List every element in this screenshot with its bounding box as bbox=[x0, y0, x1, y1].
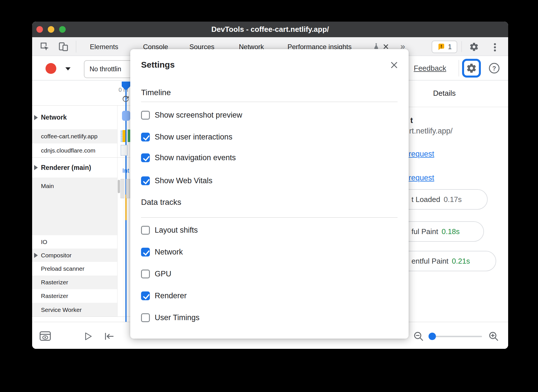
option-layout-shifts[interactable]: Layout shifts bbox=[141, 225, 198, 235]
tab-elements[interactable]: Elements bbox=[90, 43, 118, 51]
checkbox[interactable] bbox=[141, 226, 150, 235]
zoom-slider-track[interactable] bbox=[429, 336, 482, 337]
panel-settings-button-highlighted[interactable] bbox=[462, 59, 481, 78]
checkbox[interactable] bbox=[141, 248, 150, 257]
track-label: coffee-cart.netlify.app bbox=[41, 133, 98, 140]
checkbox[interactable] bbox=[141, 111, 150, 120]
metric-label: entful Paint bbox=[411, 257, 448, 266]
devtools-window: DevTools - coffee-cart.netlify.app/ Elem… bbox=[32, 22, 508, 349]
minimize-window-button[interactable] bbox=[48, 26, 54, 33]
option-show-screenshot-preview[interactable]: Show screenshot preview bbox=[141, 110, 242, 120]
main-thread-task-bar bbox=[121, 179, 124, 198]
track-row-io[interactable]: IO bbox=[32, 235, 117, 249]
network-overview-bar bbox=[122, 111, 130, 121]
record-button[interactable] bbox=[45, 63, 56, 74]
track-section-renderer-main[interactable]: Renderer (main) bbox=[32, 158, 117, 178]
option-gpu[interactable]: GPU bbox=[141, 269, 171, 279]
option-user-timings[interactable]: User Timings bbox=[141, 312, 200, 323]
checkbox-label: Layout shifts bbox=[155, 226, 198, 235]
skip-to-start-icon[interactable] bbox=[104, 332, 115, 341]
main-thread-task-bar bbox=[126, 179, 130, 198]
checkbox-label: Renderer bbox=[155, 291, 187, 300]
renderer-event-link[interactable]: Int bbox=[122, 167, 129, 174]
device-toolbar-icon[interactable] bbox=[58, 41, 69, 52]
track-label: Preload scanner bbox=[41, 265, 84, 272]
checkbox[interactable] bbox=[141, 291, 150, 300]
metric-value: 0.18s bbox=[442, 227, 460, 236]
metric-value: 0.17s bbox=[444, 195, 462, 204]
zoom-out-icon[interactable] bbox=[413, 331, 425, 342]
checkbox-label: GPU bbox=[155, 270, 171, 278]
settings-gear-icon bbox=[466, 63, 477, 74]
divider bbox=[462, 41, 462, 52]
track-label: Compositor bbox=[41, 252, 71, 259]
network-request-bar bbox=[121, 130, 123, 142]
track-row-cdnjs[interactable]: cdnjs.cloudflare.com bbox=[32, 143, 117, 158]
request-link[interactable]: request bbox=[409, 174, 434, 182]
play-icon[interactable] bbox=[83, 332, 92, 341]
track-row-preload-scanner[interactable]: Preload scanner bbox=[32, 262, 117, 276]
details-heading-fragment: t bbox=[410, 116, 413, 125]
sidebar-divider bbox=[117, 106, 117, 317]
metric-value: 0.21s bbox=[452, 257, 470, 266]
zoom-slider-thumb[interactable] bbox=[429, 333, 436, 340]
track-row-rasterizer-1[interactable]: Rasterizer bbox=[32, 276, 117, 289]
close-window-button[interactable] bbox=[36, 26, 43, 33]
reload-icon bbox=[121, 94, 130, 103]
checkbox-label: Show screenshot preview bbox=[155, 111, 242, 120]
settings-gear-icon[interactable] bbox=[469, 42, 479, 52]
live-preview-icon[interactable] bbox=[39, 331, 51, 342]
checkbox[interactable] bbox=[141, 153, 150, 162]
expand-arrow-icon bbox=[34, 253, 38, 258]
option-show-navigation-events[interactable]: Show navigation events bbox=[141, 153, 236, 163]
issues-counter[interactable]: 1 bbox=[432, 41, 457, 53]
checkbox[interactable] bbox=[141, 176, 150, 185]
close-dialog-icon[interactable] bbox=[390, 61, 399, 70]
zoom-window-button[interactable] bbox=[59, 26, 66, 33]
issue-bubble-icon bbox=[437, 43, 446, 51]
track-row-rasterizer-2[interactable]: Rasterizer bbox=[32, 289, 117, 303]
playhead-orange-segment bbox=[125, 195, 127, 220]
record-dropdown-caret[interactable] bbox=[65, 67, 71, 70]
feedback-link[interactable]: Feedback bbox=[414, 64, 446, 73]
request-link[interactable]: request bbox=[409, 150, 434, 159]
checkbox[interactable] bbox=[141, 133, 150, 141]
details-url-fragment: rt.netlify.app/ bbox=[409, 127, 453, 135]
sidebar-scrollbar[interactable] bbox=[118, 180, 120, 193]
track-row-coffee-cart[interactable]: coffee-cart.netlify.app bbox=[32, 129, 117, 143]
checkbox[interactable] bbox=[141, 313, 150, 322]
throttling-select[interactable]: No throttlin bbox=[84, 60, 135, 78]
checkbox-label: Show navigation events bbox=[155, 153, 236, 162]
track-section-network[interactable]: Network bbox=[32, 106, 117, 129]
details-panel-title: Details bbox=[433, 89, 456, 98]
checkbox-label: Show user interactions bbox=[155, 133, 232, 141]
kebab-menu-icon[interactable] bbox=[494, 42, 496, 53]
title-bar: DevTools - coffee-cart.netlify.app/ bbox=[32, 22, 508, 37]
checkbox-label: User Timings bbox=[155, 313, 200, 322]
track-label: cdnjs.cloudflare.com bbox=[41, 147, 95, 154]
track-label: Main bbox=[41, 183, 54, 189]
option-network[interactable]: Network bbox=[141, 247, 183, 257]
option-show-user-interactions[interactable]: Show user interactions bbox=[141, 132, 232, 142]
help-icon[interactable]: ? bbox=[488, 62, 500, 74]
zoom-in-icon[interactable] bbox=[488, 331, 500, 342]
section-title-timeline: Timeline bbox=[141, 88, 171, 97]
divider bbox=[141, 102, 398, 102]
option-renderer[interactable]: Renderer bbox=[141, 291, 187, 301]
checkbox-label: Show Web Vitals bbox=[155, 176, 212, 185]
track-label: Rasterizer bbox=[41, 279, 68, 286]
track-label: Service Worker bbox=[41, 306, 82, 313]
inspect-cursor-icon[interactable] bbox=[39, 41, 50, 52]
track-row-main[interactable]: Main bbox=[32, 178, 117, 235]
expand-arrow-icon bbox=[34, 165, 38, 170]
throttling-value: No throttlin bbox=[90, 65, 121, 73]
track-row-compositor[interactable]: Compositor bbox=[32, 249, 117, 262]
metric-label: t Loaded bbox=[411, 195, 440, 204]
track-row-service-worker[interactable]: Service Worker bbox=[32, 303, 117, 317]
divider bbox=[32, 316, 130, 317]
network-request-bar bbox=[121, 145, 128, 156]
checkbox[interactable] bbox=[141, 270, 150, 278]
option-show-web-vitals[interactable]: Show Web Vitals bbox=[141, 176, 212, 186]
divider bbox=[141, 217, 398, 218]
track-label: Renderer (main) bbox=[41, 164, 91, 172]
